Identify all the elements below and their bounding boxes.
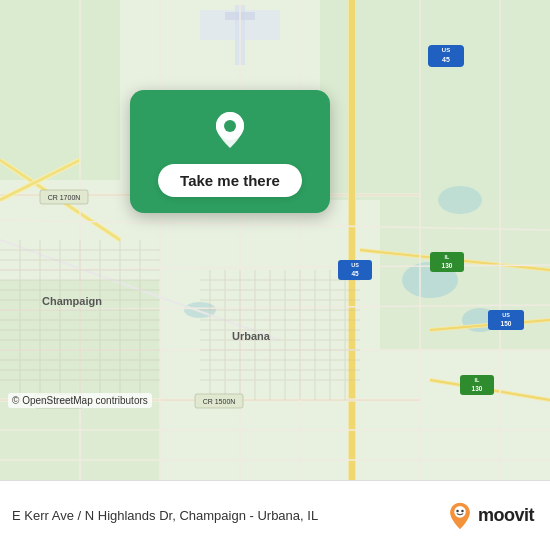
svg-text:US: US (442, 47, 450, 53)
svg-point-110 (454, 506, 466, 518)
svg-text:130: 130 (472, 385, 483, 392)
map-pin-icon (208, 108, 252, 152)
svg-point-112 (461, 509, 463, 511)
svg-rect-15 (349, 0, 355, 480)
svg-text:IL: IL (445, 254, 451, 260)
moovit-pin-icon (446, 502, 474, 530)
svg-text:45: 45 (351, 270, 359, 277)
location-label: E Kerr Ave / N Highlands Dr, Champaign -… (12, 508, 446, 523)
take-me-there-button[interactable]: Take me there (158, 164, 302, 197)
moovit-wordmark: moovit (478, 505, 534, 526)
bottom-bar: E Kerr Ave / N Highlands Dr, Champaign -… (0, 480, 550, 550)
svg-text:45: 45 (442, 56, 450, 63)
svg-text:130: 130 (442, 262, 453, 269)
svg-point-111 (456, 509, 458, 511)
svg-text:US: US (351, 262, 359, 268)
svg-text:IL: IL (475, 377, 481, 383)
moovit-logo: moovit (446, 502, 534, 530)
map-container: US 45 CR 1700N CR 1700 US 45 IL 130 US 1… (0, 0, 550, 480)
svg-point-109 (224, 120, 236, 132)
svg-point-7 (438, 186, 482, 214)
svg-rect-4 (0, 0, 120, 180)
svg-text:CR 1500N: CR 1500N (203, 398, 236, 405)
svg-text:Urbana: Urbana (232, 330, 271, 342)
svg-text:CR 1700N: CR 1700N (48, 194, 81, 201)
svg-text:US: US (502, 312, 510, 318)
svg-text:150: 150 (501, 320, 512, 327)
navigation-card: Take me there (130, 90, 330, 213)
map-attribution: © OpenStreetMap contributors (8, 393, 152, 408)
svg-text:Champaign: Champaign (42, 295, 102, 307)
